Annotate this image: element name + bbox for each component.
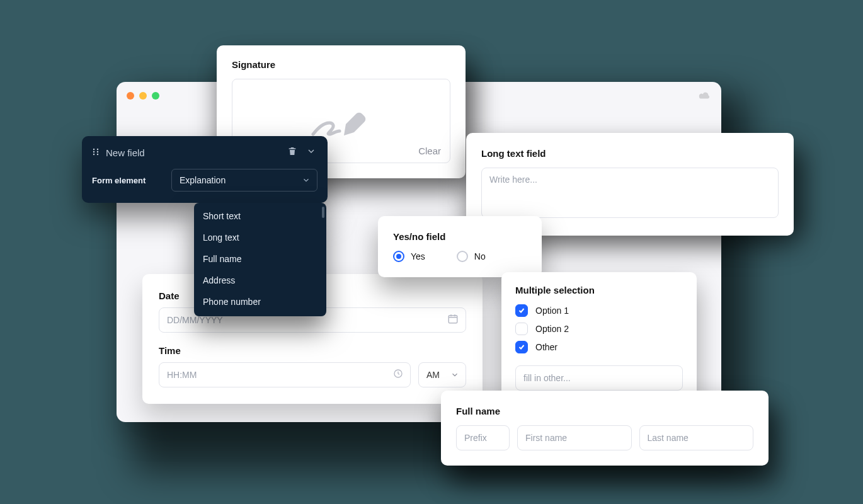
new-field-title: New field: [106, 147, 145, 158]
svg-point-2: [93, 149, 94, 150]
longtext-input[interactable]: [481, 168, 779, 218]
checkbox-other-label: Other: [535, 342, 557, 352]
form-element-label: Form element: [92, 176, 161, 185]
checkbox-other[interactable]: Other: [515, 341, 683, 353]
delete-icon[interactable]: [286, 145, 299, 160]
calendar-icon[interactable]: [447, 313, 459, 327]
yesno-card: Yes/no field Yes No: [378, 216, 542, 277]
dropdown-item-long-text[interactable]: Long text: [194, 227, 326, 248]
checkbox-option1[interactable]: Option 1: [515, 304, 683, 317]
svg-rect-0: [449, 316, 457, 323]
svg-point-4: [93, 151, 94, 152]
fullname-card: Full name: [441, 391, 769, 466]
traffic-light-minimize-icon[interactable]: [139, 92, 147, 100]
yesno-title: Yes/no field: [393, 231, 527, 242]
ampm-select[interactable]: AM: [418, 362, 466, 387]
sync-cloud-icon: [697, 91, 711, 101]
collapse-icon[interactable]: [305, 145, 317, 160]
drag-handle-icon[interactable]: [92, 147, 100, 158]
clock-icon[interactable]: [393, 369, 403, 381]
signature-title: Signature: [232, 59, 450, 70]
checkbox-option2[interactable]: Option 2: [515, 323, 683, 335]
checkbox-icon: [515, 341, 528, 353]
radio-no-label: No: [474, 251, 486, 261]
svg-point-5: [97, 151, 98, 152]
chevron-down-icon: [450, 370, 459, 379]
dropdown-item-phone-number[interactable]: Phone number: [194, 291, 326, 312]
lastname-input[interactable]: [639, 425, 754, 450]
dropdown-item-full-name[interactable]: Full name: [194, 248, 326, 270]
checkbox-icon: [515, 304, 528, 317]
svg-point-6: [93, 154, 94, 155]
radio-no[interactable]: No: [457, 251, 486, 262]
svg-point-3: [97, 149, 98, 150]
checkbox-icon: [515, 323, 528, 335]
time-input[interactable]: [159, 362, 411, 387]
time-title: Time: [159, 345, 466, 356]
checkbox-option2-label: Option 2: [535, 324, 569, 334]
traffic-light-close-icon[interactable]: [127, 92, 134, 100]
multi-title: Multiple selection: [515, 285, 683, 295]
radio-yes[interactable]: Yes: [393, 251, 425, 262]
firstname-input[interactable]: [517, 425, 632, 450]
longtext-title: Long text field: [481, 148, 779, 159]
dropdown-item-address[interactable]: Address: [194, 270, 326, 291]
dropdown-scrollbar[interactable]: [322, 207, 324, 218]
chevron-down-icon: [302, 176, 311, 185]
prefix-input[interactable]: [456, 425, 510, 450]
radio-icon: [393, 251, 404, 262]
traffic-light-maximize-icon[interactable]: [152, 92, 159, 100]
ampm-value: AM: [426, 370, 440, 380]
form-element-select[interactable]: Explanation: [171, 169, 317, 192]
radio-icon: [457, 251, 468, 262]
form-element-selected: Explanation: [180, 175, 226, 185]
checkbox-option1-label: Option 1: [535, 306, 569, 316]
multi-card: Multiple selection Option 1 Option 2 Oth…: [501, 272, 697, 406]
dropdown-item-short-text[interactable]: Short text: [194, 205, 326, 227]
new-field-panel: New field Form element Explanation: [82, 136, 328, 203]
radio-yes-label: Yes: [411, 251, 425, 261]
form-element-dropdown: Short text Long text Full name Address P…: [194, 203, 326, 316]
fullname-title: Full name: [456, 406, 753, 416]
signature-clear-button[interactable]: Clear: [418, 146, 441, 156]
svg-point-7: [97, 154, 98, 155]
other-input[interactable]: [515, 365, 683, 391]
